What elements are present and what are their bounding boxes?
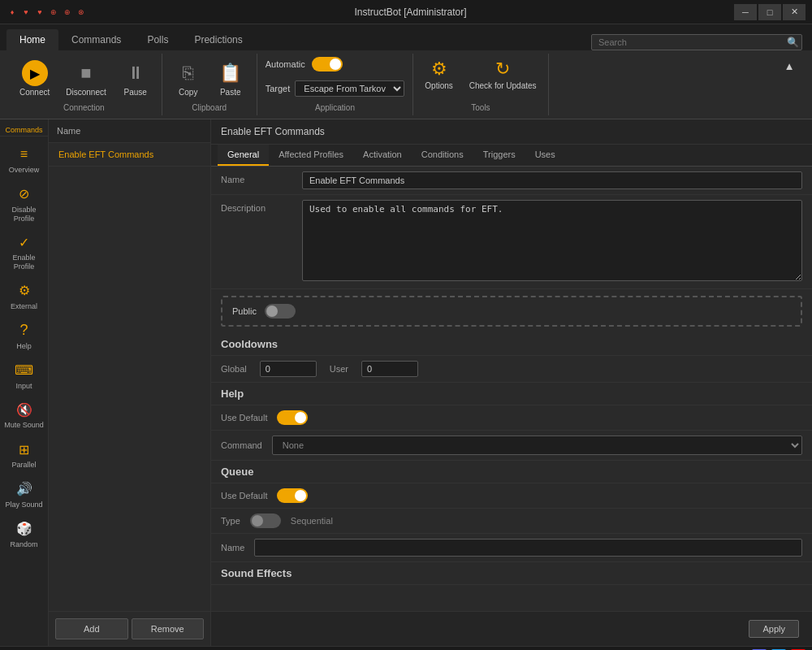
close-button[interactable]: ✕ (783, 4, 806, 20)
command-select[interactable]: None (272, 436, 802, 455)
tab-polls[interactable]: Polls (134, 29, 181, 50)
help-section-header: Help (211, 383, 812, 405)
public-row: Public (221, 296, 802, 327)
remove-button[interactable]: Remove (132, 618, 205, 639)
content-header: Enable EFT Commands (211, 119, 812, 145)
app-icon-4: ⊕ (48, 6, 59, 18)
paste-label: Paste (220, 88, 241, 97)
public-label: Public (232, 306, 257, 316)
app-icon-3: ♥ (34, 6, 45, 18)
apply-button[interactable]: Apply (749, 620, 799, 638)
queue-use-default-toggle[interactable] (277, 488, 308, 503)
queue-use-default-knob (295, 490, 306, 501)
search-button[interactable]: 🔍 (787, 37, 799, 48)
sidebar-item-play-sound[interactable]: 🔊 Play Sound (0, 474, 48, 514)
automatic-toggle-knob (330, 58, 341, 70)
pause-button[interactable]: ⏸ Pause (118, 57, 153, 100)
target-label: Target (266, 84, 291, 93)
enable-profile-icon: ✓ (15, 232, 34, 252)
sidebar-item-external[interactable]: ⚙ External (0, 276, 48, 316)
name-field (302, 171, 802, 189)
description-row: Description Used to enable all commands … (211, 195, 812, 289)
sidebar-help-label: Help (16, 342, 32, 351)
sidebar-mute-sound-label: Mute Sound (4, 421, 44, 430)
public-toggle[interactable] (265, 304, 296, 318)
tab-commands[interactable]: Commands (58, 29, 134, 50)
user-cooldown-input[interactable] (361, 361, 418, 377)
ribbon-collapse-button[interactable]: ▲ (773, 57, 806, 76)
minimize-button[interactable]: ─ (734, 4, 757, 20)
sidebar-item-disable-profile[interactable]: ⊘ Disable Profile (0, 180, 48, 228)
tab-conditions[interactable]: Conditions (412, 145, 473, 166)
public-toggle-knob (266, 306, 278, 317)
sound-effects-section-header: Sound Effects (211, 562, 812, 585)
tab-home[interactable]: Home (6, 29, 58, 50)
tools-group-label: Tools (421, 103, 539, 112)
queue-type-knob (252, 515, 263, 526)
check-updates-button[interactable]: ↻ Check for Updates (466, 57, 540, 93)
clipboard-group-label: Clipboard (192, 103, 227, 112)
paste-icon: 📋 (218, 60, 244, 86)
maximize-button[interactable]: □ (758, 4, 781, 20)
use-default-help-label: Use Default (221, 413, 267, 422)
automatic-toggle[interactable] (312, 57, 343, 72)
pause-label: Pause (124, 88, 147, 97)
command-list-footer: Add Remove (49, 611, 210, 646)
disable-profile-icon: ⊘ (15, 184, 34, 204)
queue-type-label: Type (221, 516, 240, 526)
form-scroll-area: Name Description Used to enable all comm… (211, 167, 812, 611)
overview-icon: ≡ (15, 145, 34, 164)
sidebar-item-parallel[interactable]: ⊞ Parallel (0, 435, 48, 474)
add-button[interactable]: Add (55, 618, 128, 639)
options-button[interactable]: ⚙ Options (421, 57, 456, 93)
description-field: Used to enable all commands for EFT. (302, 200, 802, 284)
search-wrap: 🔍 (591, 34, 802, 50)
sidebar-item-input[interactable]: ⌨ Input (0, 356, 48, 396)
command-list-header: Name (49, 119, 210, 143)
sidebar-item-help[interactable]: ? Help (0, 316, 48, 356)
title-bar-left: ♦ ♥ ♥ ⊕ ⊕ ⊗ (6, 6, 87, 18)
description-input[interactable]: Used to enable all commands for EFT. (302, 200, 802, 281)
title-bar: ♦ ♥ ♥ ⊕ ⊕ ⊗ InstructBot [Administrator] … (0, 0, 812, 24)
command-help-label: Command (221, 440, 262, 450)
tab-triggers[interactable]: Triggers (473, 145, 525, 166)
global-cooldown-input[interactable] (260, 361, 317, 377)
tab-affected-profiles[interactable]: Affected Profiles (269, 145, 353, 166)
sidebar-item-enable-profile[interactable]: ✓ Enable Profile (0, 228, 48, 276)
queue-name-input[interactable] (254, 539, 802, 557)
use-default-toggle[interactable] (277, 410, 308, 425)
options-icon: ⚙ (431, 58, 447, 80)
tab-activation[interactable]: Activation (353, 145, 412, 166)
ribbon-connection-items: ▶ Connect ■ Disconnect ⏸ Pause (15, 57, 153, 100)
paste-button[interactable]: 📋 Paste (213, 57, 248, 100)
sidebar-item-mute-sound[interactable]: 🔇 Mute Sound (0, 395, 48, 435)
connection-group-label: Connection (63, 103, 105, 112)
sidebar-item-random[interactable]: 🎲 Random (0, 514, 48, 554)
search-input[interactable] (591, 34, 802, 50)
tab-uses[interactable]: Uses (525, 145, 565, 166)
target-dropdown[interactable]: Escape From Tarkov (295, 80, 404, 97)
sidebar-item-overview[interactable]: ≡ Overview (0, 140, 48, 180)
sidebar-enable-profile-label: Enable Profile (3, 254, 45, 271)
copy-label: Copy (179, 88, 197, 97)
target-row: Target Escape From Tarkov (266, 80, 405, 97)
command-select-wrap: None (272, 436, 802, 455)
sidebar-disable-profile-label: Disable Profile (3, 206, 45, 223)
pause-icon: ⏸ (123, 60, 149, 86)
tab-predictions[interactable]: Predictions (181, 29, 255, 50)
connect-button[interactable]: ▶ Connect (15, 57, 54, 100)
parallel-icon: ⊞ (15, 440, 34, 459)
disconnect-button[interactable]: ■ Disconnect (61, 57, 110, 100)
name-input[interactable] (302, 171, 802, 189)
command-item-enable-eft[interactable]: Enable EFT Commands (49, 143, 210, 167)
queue-name-field (254, 539, 802, 557)
tab-general[interactable]: General (218, 145, 269, 166)
check-updates-label: Check for Updates (469, 81, 537, 91)
use-default-help-row: Use Default (211, 405, 812, 431)
use-default-toggle-knob (295, 412, 306, 423)
queue-type-toggle[interactable] (250, 514, 281, 528)
status-bar: Version 3.07.2174 D T Y (0, 646, 812, 650)
play-sound-icon: 🔊 (15, 479, 34, 499)
copy-button[interactable]: ⎘ Copy (171, 57, 206, 100)
copy-icon: ⎘ (175, 60, 201, 86)
